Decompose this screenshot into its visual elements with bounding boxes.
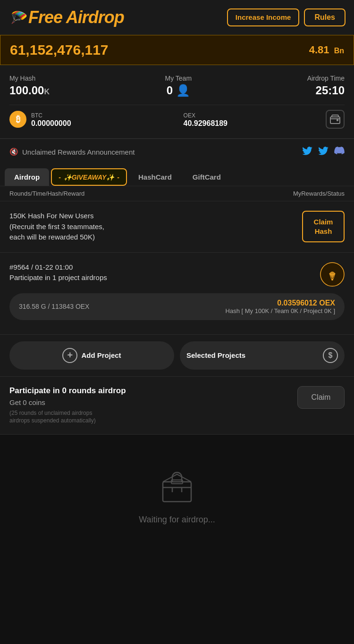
sub-header: Rounds/Time/Hash/Reward MyRewards/Status: [0, 186, 354, 201]
round-title: #9564 / 01-22 01:00 Participate in 1 pro…: [9, 262, 107, 283]
project-row: + Add Project Selected Projects $: [0, 335, 354, 377]
stats-left: 316.58 G / 113843 OEX: [19, 303, 89, 310]
stats-right: 0.03596012 OEX: [277, 299, 335, 307]
tab-airdrop[interactable]: Airdrop: [5, 168, 49, 186]
claim-hash-line3: each will be rewarded 50K): [9, 232, 302, 243]
logo-text: Free Airdrop: [28, 8, 124, 27]
bn-number: 4.81: [309, 44, 329, 56]
my-hash-value: 100.00K: [9, 84, 50, 97]
crypto-row: ₿ BTC 0.00000000 OEX 40.92968189: [9, 105, 345, 129]
twitter-icon-2[interactable]: [318, 146, 329, 158]
stats-bar: 61,152,476,117 4.81 Bn: [0, 35, 354, 65]
selected-projects-label: Selected Projects: [186, 351, 245, 359]
airdrop-time-item: Airdrop Time 25:10: [307, 74, 345, 97]
claim-hash-text: 150K Hash For New Users (Recruit the fir…: [9, 211, 302, 243]
btc-value: 0.00000000: [31, 119, 71, 128]
round-separator: /: [31, 263, 35, 271]
claim-button[interactable]: Claim: [297, 386, 345, 409]
btc-icon: ₿: [9, 111, 26, 128]
sub-header-left: Rounds/Time/Hash/Reward: [9, 190, 84, 197]
rules-button[interactable]: Rules: [304, 8, 346, 26]
oex-group: OEX 40.92968189: [184, 111, 228, 128]
bn-value: 4.81 Bn: [309, 44, 344, 56]
announcement-bar: 🔇 Unclaimed Rewards Announcement: [0, 139, 354, 165]
bn-unit: Bn: [334, 47, 344, 55]
increase-income-button[interactable]: Increase Income: [227, 8, 300, 26]
info-card: My Hash 100.00K My Team 0 👤 Airdrop Time…: [0, 65, 354, 139]
participate-subtitle: Get 0 coins: [9, 398, 126, 406]
add-project-label: Add Project: [81, 351, 121, 359]
waiting-text: Waiting for airdrop...: [139, 515, 215, 525]
oex-value: 40.92968189: [184, 119, 228, 128]
wallet-icon[interactable]: [326, 110, 345, 129]
claim-hash-button[interactable]: ClaimHash: [302, 211, 345, 242]
participate-title: Participate in 0 rounds airdrop: [9, 386, 126, 396]
participate-text: Participate in 0 rounds airdrop Get 0 co…: [9, 386, 126, 425]
my-team-value: 0 👤: [165, 84, 192, 97]
header-buttons: Increase Income Rules: [227, 8, 346, 26]
btc-info: BTC 0.00000000: [31, 111, 71, 128]
round-section: #9564 / 01-22 01:00 Participate in 1 pro…: [0, 253, 354, 335]
header: 🪂 Free Airdrop Increase Income Rules: [0, 0, 354, 35]
claim-hash-section: 150K Hash For New Users (Recruit the fir…: [0, 201, 354, 253]
svg-rect-6: [163, 482, 191, 502]
svg-rect-1: [337, 119, 338, 121]
svg-point-5: [331, 279, 333, 281]
oex-label: OEX: [184, 112, 195, 119]
sound-icon: 🔇: [9, 148, 18, 156]
box-icon: [158, 468, 196, 505]
participate-note: (25 rounds of unclaimed airdropsairdrops…: [9, 409, 126, 425]
social-icons: [302, 146, 345, 158]
discord-icon[interactable]: [334, 146, 345, 158]
round-description: Participate in 1 project airdrops: [9, 272, 107, 283]
team-icon: 👤: [176, 84, 190, 97]
participate-section: Participate in 0 rounds airdrop Get 0 co…: [0, 377, 354, 435]
waiting-section: Waiting for airdrop...: [0, 435, 354, 548]
parachute-icon: [320, 262, 345, 287]
logo-icon: 🪂: [8, 9, 25, 26]
btc-label: BTC: [31, 112, 42, 119]
info-grid: My Hash 100.00K My Team 0 👤 Airdrop Time…: [9, 74, 345, 97]
airdrop-time-label: Airdrop Time: [307, 74, 345, 82]
total-number: 61,152,476,117: [10, 42, 109, 58]
my-team-label: My Team: [165, 74, 192, 82]
plus-circle-icon: +: [62, 348, 77, 363]
sub-header-right: MyRewards/Status: [293, 190, 345, 197]
tab-giftcard[interactable]: GiftCard: [183, 168, 230, 186]
stats-pill: 316.58 G / 113843 OEX 0.03596012 OEX Has…: [9, 293, 345, 320]
dollar-circle-icon: $: [323, 348, 338, 363]
announce-left: 🔇 Unclaimed Rewards Announcement: [9, 148, 135, 156]
airdrop-time-value: 25:10: [307, 84, 345, 97]
my-team-item: My Team 0 👤: [165, 74, 192, 97]
logo: 🪂 Free Airdrop: [8, 8, 124, 27]
announce-text: Unclaimed Rewards Announcement: [22, 148, 135, 156]
tabs-container: Airdrop ✨GIVEAWAY✨ HashCard GiftCard: [0, 165, 354, 186]
claim-hash-line2: (Recruit the first 3 teammates,: [9, 222, 302, 232]
selected-projects-button[interactable]: Selected Projects $: [180, 341, 345, 370]
tab-hashcard[interactable]: HashCard: [129, 168, 181, 186]
claim-hash-line1: 150K Hash For New Users: [9, 211, 302, 222]
round-header: #9564 / 01-22 01:00 Participate in 1 pro…: [9, 262, 345, 287]
my-hash-label: My Hash: [9, 74, 50, 82]
my-hash-item: My Hash 100.00K: [9, 74, 50, 97]
tab-giveaway[interactable]: ✨GIVEAWAY✨: [51, 168, 127, 186]
add-project-button[interactable]: + Add Project: [9, 341, 174, 370]
btc-group: ₿ BTC 0.00000000: [9, 111, 71, 128]
twitter-icon-1[interactable]: [302, 146, 312, 158]
round-date: 01-22 01:00: [35, 263, 73, 271]
hash-detail: Hash [ My 100K / Team 0K / Project 0K ]: [226, 307, 335, 314]
round-id: #9564: [9, 263, 29, 271]
